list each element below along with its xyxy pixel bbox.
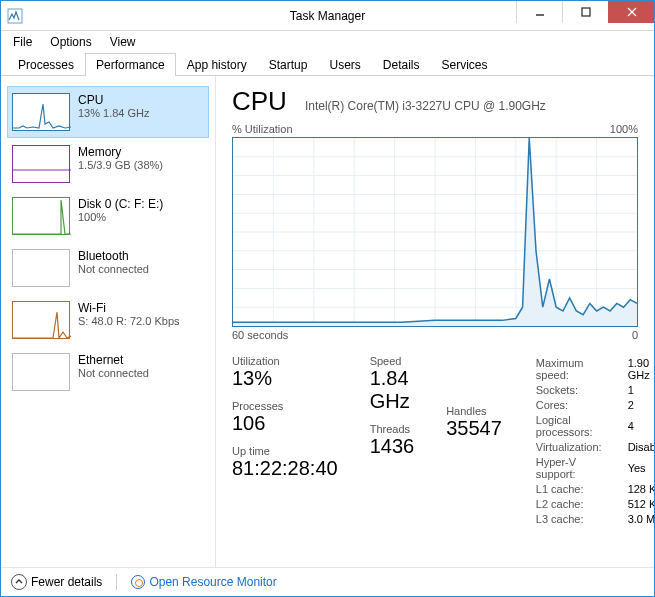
mini-chart <box>12 301 70 339</box>
chart-top-left-label: % Utilization <box>232 123 293 135</box>
sidebar-item-wi-fi[interactable]: Wi-FiS: 48.0 R: 72.0 Kbps <box>7 294 209 346</box>
cpu-info-table: Maximum speed:1.90 GHzSockets:1Cores:2Lo… <box>534 355 654 528</box>
sidebar-item-bluetooth[interactable]: BluetoothNot connected <box>7 242 209 294</box>
kv-value: Disabled <box>628 441 654 454</box>
sidebar-item-memory[interactable]: Memory1.5/3.9 GB (38%) <box>7 138 209 190</box>
menu-options[interactable]: Options <box>42 33 99 51</box>
chart-top-right-label: 100% <box>610 123 638 135</box>
footer-separator <box>116 574 117 590</box>
fewer-details-label: Fewer details <box>31 575 102 589</box>
open-resource-monitor-link[interactable]: Open Resource Monitor <box>131 575 276 589</box>
minimize-button[interactable] <box>516 1 562 23</box>
mini-chart <box>12 197 70 235</box>
sidebar-item-subtitle: 13% 1.84 GHz <box>78 107 150 119</box>
window-controls <box>516 1 654 30</box>
sidebar-item-subtitle: Not connected <box>78 367 149 379</box>
sidebar-item-title: Wi-Fi <box>78 301 180 315</box>
kv-row: Maximum speed:1.90 GHz <box>536 357 654 382</box>
sidebar-item-title: Bluetooth <box>78 249 149 263</box>
open-resource-monitor-label: Open Resource Monitor <box>149 575 276 589</box>
sidebar-item-cpu[interactable]: CPU13% 1.84 GHz <box>7 86 209 138</box>
tab-performance[interactable]: Performance <box>85 53 176 76</box>
sidebar-item-title: Disk 0 (C: F: E:) <box>78 197 163 211</box>
footer-bar: Fewer details Open Resource Monitor <box>1 567 654 596</box>
kv-value: 3.0 MB <box>628 513 654 526</box>
kv-key: Hyper-V support: <box>536 456 626 481</box>
mini-chart <box>12 353 70 391</box>
kv-value: 2 <box>628 399 654 412</box>
uptime-label: Up time <box>232 445 338 457</box>
sidebar-item-subtitle: 100% <box>78 211 163 223</box>
kv-key: Logical processors: <box>536 414 626 439</box>
mini-chart <box>12 93 70 131</box>
sidebar: CPU13% 1.84 GHzMemory1.5/3.9 GB (38%)Dis… <box>1 76 216 567</box>
sidebar-item-subtitle: 1.5/3.9 GB (38%) <box>78 159 163 171</box>
tab-users[interactable]: Users <box>318 53 371 76</box>
app-icon <box>7 8 23 24</box>
kv-value: 1.90 GHz <box>628 357 654 382</box>
kv-value: Yes <box>628 456 654 481</box>
kv-key: Maximum speed: <box>536 357 626 382</box>
kv-row: Logical processors:4 <box>536 414 654 439</box>
chart-bottom-right-label: 0 <box>632 329 638 341</box>
menu-file[interactable]: File <box>5 33 40 51</box>
main-heading: CPU <box>232 86 287 117</box>
kv-key: L3 cache: <box>536 513 626 526</box>
kv-key: Virtualization: <box>536 441 626 454</box>
processes-value: 106 <box>232 412 338 435</box>
sidebar-item-title: CPU <box>78 93 150 107</box>
kv-row: L3 cache:3.0 MB <box>536 513 654 526</box>
handles-value: 35547 <box>446 417 502 440</box>
sidebar-item-title: Memory <box>78 145 163 159</box>
kv-key: Cores: <box>536 399 626 412</box>
task-manager-window: Task Manager FileOptionsView ProcessesPe… <box>0 0 655 597</box>
tab-strip: ProcessesPerformanceApp historyStartupUs… <box>1 53 654 76</box>
sidebar-item-subtitle: Not connected <box>78 263 149 275</box>
kv-key: L1 cache: <box>536 483 626 496</box>
kv-value: 1 <box>628 384 654 397</box>
threads-value: 1436 <box>370 435 415 458</box>
kv-key: Sockets: <box>536 384 626 397</box>
kv-value: 128 KB <box>628 483 654 496</box>
tab-details[interactable]: Details <box>372 53 431 76</box>
cpu-model: Intel(R) Core(TM) i3-3227U CPU @ 1.90GHz <box>305 99 546 113</box>
speed-value: 1.84 GHz <box>370 367 415 413</box>
mini-chart <box>12 145 70 183</box>
fewer-details-button[interactable]: Fewer details <box>11 574 102 590</box>
kv-row: Hyper-V support:Yes <box>536 456 654 481</box>
chevron-up-icon <box>11 574 27 590</box>
tab-processes[interactable]: Processes <box>7 53 85 76</box>
close-button[interactable] <box>608 1 654 23</box>
sidebar-item-disk-0-c-f-e-[interactable]: Disk 0 (C: F: E:)100% <box>7 190 209 242</box>
cpu-utilization-chart <box>232 137 638 327</box>
kv-row: Cores:2 <box>536 399 654 412</box>
utilization-label: Utilization <box>232 355 338 367</box>
kv-row: Sockets:1 <box>536 384 654 397</box>
uptime-value: 81:22:28:40 <box>232 457 338 480</box>
svg-rect-2 <box>582 8 590 16</box>
resource-monitor-icon <box>131 575 145 589</box>
mini-chart <box>12 249 70 287</box>
tab-startup[interactable]: Startup <box>258 53 319 76</box>
main-panel: CPU Intel(R) Core(TM) i3-3227U CPU @ 1.9… <box>216 76 654 567</box>
handles-label: Handles <box>446 405 502 417</box>
threads-label: Threads <box>370 423 415 435</box>
kv-row: L2 cache:512 KB <box>536 498 654 511</box>
kv-value: 512 KB <box>628 498 654 511</box>
speed-label: Speed <box>370 355 415 367</box>
sidebar-item-title: Ethernet <box>78 353 149 367</box>
menu-bar: FileOptionsView <box>1 31 654 53</box>
chart-bottom-left-label: 60 seconds <box>232 329 288 341</box>
kv-row: L1 cache:128 KB <box>536 483 654 496</box>
maximize-button[interactable] <box>562 1 608 23</box>
kv-value: 4 <box>628 414 654 439</box>
utilization-value: 13% <box>232 367 338 390</box>
sidebar-item-ethernet[interactable]: EthernetNot connected <box>7 346 209 398</box>
kv-row: Virtualization:Disabled <box>536 441 654 454</box>
kv-key: L2 cache: <box>536 498 626 511</box>
tab-app-history[interactable]: App history <box>176 53 258 76</box>
sidebar-item-subtitle: S: 48.0 R: 72.0 Kbps <box>78 315 180 327</box>
processes-label: Processes <box>232 400 338 412</box>
menu-view[interactable]: View <box>102 33 144 51</box>
tab-services[interactable]: Services <box>431 53 499 76</box>
